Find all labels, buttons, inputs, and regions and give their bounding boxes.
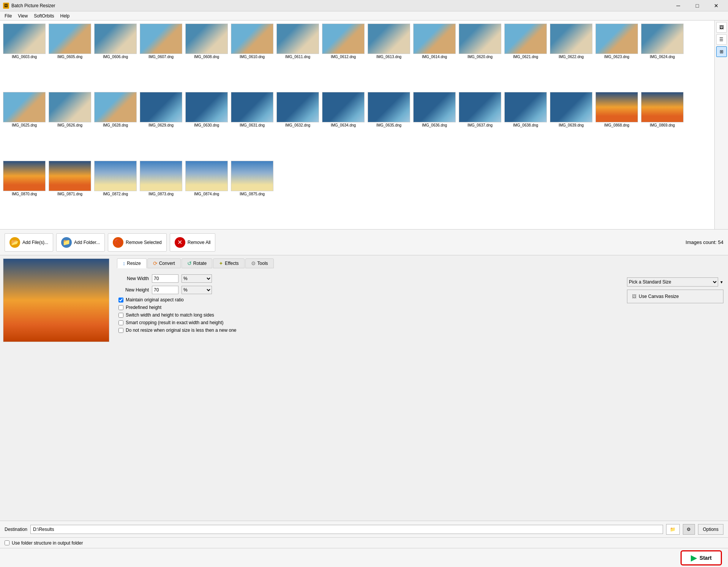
settings-button[interactable]: ⚙ (683, 524, 695, 535)
thumbnail-label: IMG_0613.dng (368, 55, 410, 59)
list-item[interactable]: IMG_0635.dng (366, 90, 412, 159)
folder-checkbox-row: Use folder structure in output folder (0, 537, 728, 548)
list-item[interactable]: IMG_0623.dng (594, 22, 640, 90)
tab-convert-label: Convert (159, 261, 175, 266)
menu-view[interactable]: View (15, 13, 31, 19)
resize-right-col: Pick a Standard Size ▼ 🖼 Use Canvas Resi… (627, 277, 723, 335)
add-folder-icon: 📁 (61, 237, 72, 248)
grid-sidebar: 🖼 ☰ ⊞ (714, 21, 728, 229)
tab-resize[interactable]: ↕ Resize (117, 258, 147, 268)
minimize-button[interactable]: ─ (670, 0, 687, 11)
thumbnail-label: IMG_0603.dng (3, 55, 46, 59)
list-item[interactable]: IMG_0621.dng (503, 22, 548, 90)
width-unit-select[interactable]: % px cm inch (182, 274, 212, 283)
thumbnail-label: IMG_0623.dng (595, 55, 638, 59)
add-files-label: Add File(s)... (22, 240, 48, 245)
smart-cropping-checkbox[interactable] (118, 320, 123, 325)
list-item[interactable]: IMG_0614.dng (412, 22, 457, 90)
remove-all-button[interactable]: ✕ Remove All (170, 233, 216, 252)
list-item[interactable]: IMG_0868.dng (594, 90, 640, 159)
folder-structure-checkbox[interactable] (5, 540, 9, 545)
list-item[interactable]: IMG_0638.dng (503, 90, 548, 159)
maintain-aspect-checkbox[interactable] (118, 298, 123, 303)
list-item[interactable]: IMG_0870.dng (2, 159, 47, 228)
menu-help[interactable]: Help (57, 13, 73, 19)
view-list-button[interactable]: ☰ (716, 34, 727, 45)
thumbnail-label: IMG_0629.dng (140, 123, 182, 127)
predefined-height-checkbox[interactable] (118, 305, 123, 310)
thumbnail-label: IMG_0608.dng (185, 55, 228, 59)
no-resize-row: Do not resize when original size is less… (118, 328, 621, 333)
tab-effects[interactable]: ✦ Effects (213, 258, 244, 268)
destination-input[interactable] (30, 525, 663, 534)
list-item[interactable]: IMG_0875.dng (229, 159, 275, 228)
list-item[interactable]: IMG_0634.dng (321, 90, 366, 159)
options-button[interactable]: Options (698, 524, 723, 535)
list-item[interactable]: IMG_0872.dng (93, 159, 138, 228)
list-item[interactable]: IMG_0631.dng (229, 90, 275, 159)
start-button[interactable]: ▶ Start (681, 550, 722, 565)
list-item[interactable]: IMG_0606.dng (93, 22, 138, 90)
no-resize-checkbox[interactable] (118, 328, 123, 333)
list-item[interactable]: IMG_0873.dng (138, 159, 184, 228)
list-item[interactable]: IMG_0874.dng (184, 159, 229, 228)
list-item[interactable]: IMG_0611.dng (275, 22, 321, 90)
thumbnail-label: IMG_0872.dng (94, 192, 137, 196)
height-unit-select[interactable]: % px cm inch (182, 286, 212, 294)
list-item[interactable]: IMG_0624.dng (640, 22, 685, 90)
start-bar: ▶ Start (0, 548, 728, 567)
height-input[interactable] (152, 286, 178, 294)
browse-icon: 📁 (670, 527, 676, 532)
list-item[interactable]: IMG_0636.dng (412, 90, 457, 159)
main-container: IMG_0603.dngIMG_0605.dngIMG_0606.dngIMG_… (0, 21, 728, 567)
list-item[interactable]: IMG_0871.dng (47, 159, 93, 228)
list-item[interactable]: IMG_0608.dng (184, 22, 229, 90)
list-item[interactable]: IMG_0612.dng (321, 22, 366, 90)
add-files-icon: 📂 (9, 237, 20, 248)
list-item[interactable]: IMG_0628.dng (93, 90, 138, 159)
tab-rotate[interactable]: ↺ Rotate (182, 258, 212, 268)
thumbnail-label: IMG_0606.dng (94, 55, 137, 59)
list-item[interactable]: IMG_0610.dng (229, 22, 275, 90)
list-item[interactable]: IMG_0869.dng (640, 90, 685, 159)
list-item[interactable]: IMG_0637.dng (457, 90, 503, 159)
list-item[interactable]: IMG_0626.dng (47, 90, 93, 159)
browse-destination-button[interactable]: 📁 (666, 524, 680, 535)
menu-softorbits[interactable]: SoftOrbits (31, 13, 57, 19)
add-folder-button[interactable]: 📁 Add Folder... (56, 233, 105, 252)
width-input[interactable] (152, 274, 178, 283)
add-files-button[interactable]: 📂 Add File(s)... (5, 233, 53, 252)
list-item[interactable]: IMG_0613.dng (366, 22, 412, 90)
menu-file[interactable]: File (2, 13, 15, 19)
start-icon: ▶ (691, 553, 696, 562)
tab-tools[interactable]: ⚙ Tools (245, 258, 274, 268)
canvas-resize-button[interactable]: 🖼 Use Canvas Resize (627, 290, 723, 303)
toolbar: 📂 Add File(s)... 📁 Add Folder... 🚫 Remov… (0, 230, 728, 255)
list-item[interactable]: IMG_0607.dng (138, 22, 184, 90)
tab-convert[interactable]: ⟳ Convert (147, 258, 181, 268)
standard-size-row: Pick a Standard Size ▼ (627, 277, 723, 287)
list-item[interactable]: IMG_0605.dng (47, 22, 93, 90)
view-thumbnails-button[interactable]: 🖼 (716, 22, 727, 33)
thumbnail-label: IMG_0869.dng (641, 123, 684, 127)
list-item[interactable]: IMG_0603.dng (2, 22, 47, 90)
list-item[interactable]: IMG_0625.dng (2, 90, 47, 159)
list-item[interactable]: IMG_0620.dng (457, 22, 503, 90)
image-grid[interactable]: IMG_0603.dngIMG_0605.dngIMG_0606.dngIMG_… (0, 21, 714, 229)
list-item[interactable]: IMG_0622.dng (548, 22, 594, 90)
resize-two-col: New Width % px cm inch New Height (118, 274, 723, 335)
list-item[interactable]: IMG_0629.dng (138, 90, 184, 159)
maximize-button[interactable]: □ (689, 0, 706, 11)
list-item[interactable]: IMG_0632.dng (275, 90, 321, 159)
switch-sides-checkbox[interactable] (118, 313, 123, 318)
smart-cropping-label: Smart cropping (result in exact width an… (126, 320, 223, 325)
predefined-height-row: Predefined height (118, 305, 621, 310)
remove-selected-button[interactable]: 🚫 Remove Selected (108, 233, 167, 252)
thumbnail-label: IMG_0638.dng (504, 123, 547, 127)
list-item[interactable]: IMG_0630.dng (184, 90, 229, 159)
close-button[interactable]: ✕ (707, 0, 725, 11)
standard-size-select[interactable]: Pick a Standard Size (627, 277, 718, 287)
view-grid-button[interactable]: ⊞ (716, 46, 727, 57)
thumbnail-label: IMG_0636.dng (413, 123, 456, 127)
list-item[interactable]: IMG_0639.dng (548, 90, 594, 159)
